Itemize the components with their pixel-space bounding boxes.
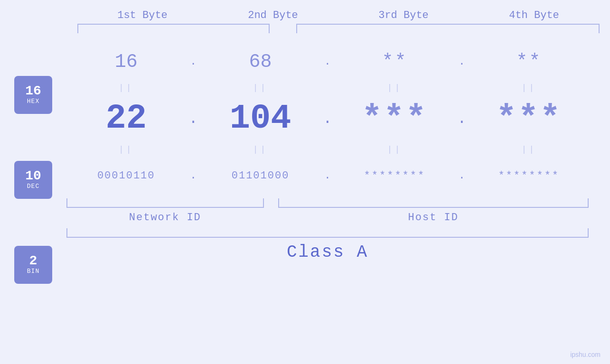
byte3-header: 3rd Byte (347, 9, 460, 21)
bottom-brackets (66, 198, 589, 208)
bin-b4: ******** (472, 170, 586, 182)
sep1-b4: || (472, 83, 586, 93)
dec-badge-num: 10 (25, 169, 41, 183)
bin-row: 00010110 . 01101000 . ******** . *******… (66, 157, 589, 195)
class-section: Class A (66, 228, 589, 262)
byte2-header: 2nd Byte (216, 9, 330, 21)
hex-b4: ** (472, 51, 586, 73)
network-bracket-top (77, 24, 270, 33)
dec-b1: 22 (69, 99, 183, 138)
data-rows: 16 . 68 . ** . ** | (66, 43, 589, 195)
network-id-label: Network ID (66, 212, 264, 224)
sep2-b1: || (69, 145, 183, 154)
hex-badge-label: HEX (27, 98, 39, 105)
bin-badge-num: 2 (29, 254, 38, 268)
bin-dot3: . (457, 170, 467, 182)
sep-row-2: || || || || (66, 142, 589, 157)
hex-dot2: . (323, 56, 332, 68)
watermark: ipshu.com (570, 351, 601, 358)
dec-b3: *** (338, 99, 451, 138)
hex-row: 16 . 68 . ** . ** (66, 43, 589, 81)
host-id-label: Host ID (278, 212, 589, 224)
content-column: 16 . 68 . ** . ** | (66, 43, 610, 364)
top-brackets (77, 24, 600, 38)
bottom-section: Network ID Host ID Class A (66, 195, 589, 262)
host-bracket-bottom (278, 198, 589, 208)
hex-dot3: . (457, 56, 467, 68)
bin-dot2: . (323, 170, 332, 182)
hex-badge-num: 16 (25, 84, 41, 98)
hex-b3: ** (338, 51, 451, 73)
id-labels: Network ID Host ID (66, 212, 589, 224)
host-bracket-top (296, 24, 599, 33)
network-bracket-bottom (66, 198, 264, 208)
sep2-b4: || (472, 145, 586, 154)
dec-dot3: . (457, 110, 467, 128)
sep2-b2: || (204, 145, 318, 154)
badges-column: 16 HEX 10 DEC 2 BIN (0, 43, 66, 364)
byte1-header: 1st Byte (85, 9, 199, 21)
bin-b2: 01101000 (204, 170, 318, 182)
byte-headers: 1st Byte 2nd Byte 3rd Byte 4th Byte (77, 9, 600, 21)
bin-badge-label: BIN (27, 268, 39, 275)
dec-row: 22 . 104 . *** . *** (66, 95, 589, 142)
bin-b1: 00010110 (69, 170, 183, 182)
hex-b1: 16 (69, 51, 183, 73)
hex-dot1: . (188, 56, 198, 68)
hex-badge: 16 HEX (14, 76, 52, 114)
bin-badge: 2 BIN (14, 246, 52, 284)
dec-dot2: . (323, 110, 332, 128)
dec-b4: *** (472, 99, 586, 138)
byte4-header: 4th Byte (477, 9, 591, 21)
dec-badge: 10 DEC (14, 161, 52, 199)
sep2-b3: || (338, 145, 451, 154)
sep1-b3: || (338, 83, 451, 93)
dec-dot1: . (188, 110, 198, 128)
dec-badge-label: DEC (27, 183, 39, 190)
main-container: 1st Byte 2nd Byte 3rd Byte 4th Byte 16 H… (0, 0, 610, 364)
sep1-b1: || (69, 83, 183, 93)
hex-b2: 68 (204, 51, 318, 73)
sep-row-1: || || || || (66, 81, 589, 95)
main-area: 16 HEX 10 DEC 2 BIN 16 . (0, 43, 610, 364)
bin-dot1: . (188, 170, 198, 182)
bin-b3: ******** (338, 170, 451, 182)
sep1-b2: || (204, 83, 318, 93)
class-label: Class A (66, 243, 589, 262)
dec-b2: 104 (204, 99, 318, 138)
class-bracket (66, 228, 589, 238)
